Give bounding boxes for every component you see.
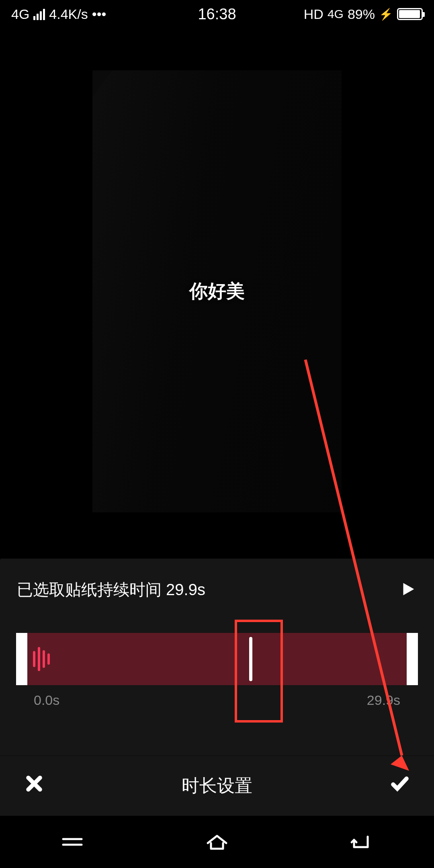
- audio-waveform: [27, 633, 407, 685]
- duration-sheet: 已选取贴纸持续时间 29.9s 0.0s 29.9s: [0, 559, 434, 816]
- network-type: 4G: [11, 6, 29, 22]
- annotation-highlight-box: [235, 620, 283, 723]
- video-frame: 你好美: [92, 70, 342, 512]
- status-left: 4G 4.4K/s •••: [11, 6, 106, 22]
- net-gen-icon: 4G: [328, 8, 344, 20]
- battery-percent: 89%: [348, 6, 375, 22]
- selected-duration-label: 已选取贴纸持续时间 29.9s: [17, 579, 205, 601]
- trim-handle-left[interactable]: [16, 633, 27, 685]
- sheet-title: 时长设置: [182, 774, 252, 798]
- trim-handle-right[interactable]: [407, 633, 418, 685]
- hd-label: HD: [304, 6, 323, 22]
- data-rate: 4.4K/s: [49, 6, 88, 22]
- sticker-text-overlay[interactable]: 你好美: [189, 279, 245, 304]
- status-right: HD 4G 89% ⚡: [304, 6, 423, 22]
- time-start-label: 0.0s: [34, 692, 59, 708]
- confirm-button[interactable]: [390, 774, 410, 798]
- cancel-button[interactable]: [24, 774, 44, 798]
- charging-icon: ⚡: [379, 8, 393, 21]
- nav-home-icon[interactable]: [203, 831, 231, 853]
- more-dots-icon: •••: [92, 6, 106, 22]
- sheet-footer: 时长设置: [0, 755, 434, 816]
- play-button[interactable]: [399, 580, 417, 600]
- clock: 16:38: [198, 6, 236, 23]
- signal-icon: [33, 8, 45, 20]
- timeline-container: 0.0s 29.9s: [0, 617, 434, 708]
- status-bar: 4G 4.4K/s ••• 16:38 HD 4G 89% ⚡: [0, 0, 434, 28]
- time-end-label: 29.9s: [367, 692, 400, 708]
- battery-icon: [397, 8, 423, 20]
- timeline-track[interactable]: [16, 633, 418, 685]
- system-nav-bar: [0, 816, 434, 868]
- video-preview-area[interactable]: 你好美: [0, 36, 434, 547]
- nav-menu-icon[interactable]: [58, 832, 86, 852]
- nav-back-icon[interactable]: [348, 831, 376, 853]
